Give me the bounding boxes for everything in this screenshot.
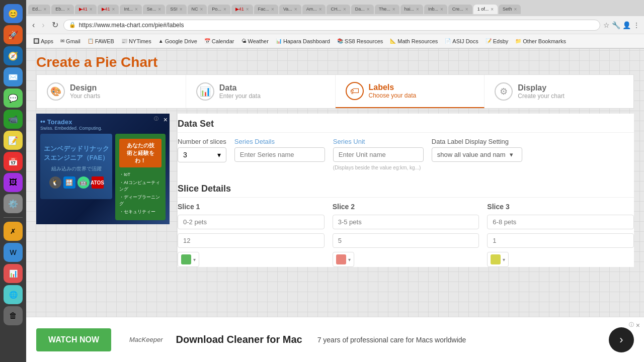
- dock-messages[interactable]: 💬: [4, 88, 23, 108]
- dock-photos[interactable]: 🖼: [4, 173, 23, 192]
- series-unit-link[interactable]: Series Unit: [333, 138, 365, 145]
- slice-3-color-picker[interactable]: ▾: [487, 252, 509, 267]
- bookmark-other[interactable]: 📁 Other Bookmarks: [512, 37, 569, 45]
- series-unit-input[interactable]: [333, 147, 424, 162]
- tab-se[interactable]: Se...×: [143, 5, 165, 14]
- dock-notes[interactable]: 📝: [4, 131, 23, 150]
- tab-inb[interactable]: Inb...×: [424, 5, 447, 14]
- tab-ss[interactable]: SS!×: [166, 5, 186, 14]
- bookmark-gmail[interactable]: ✉ Gmail: [57, 37, 84, 45]
- dock-mail[interactable]: ✉️: [4, 67, 23, 86]
- bottom-advertisement: ⓘ × WATCH NOW MacKeeper Download Cleaner…: [26, 317, 644, 362]
- dock-app3[interactable]: 🌐: [4, 285, 23, 304]
- slices-section-title: Slice Details: [178, 178, 634, 198]
- bookmark-edsby[interactable]: 📝 Edsby: [482, 37, 512, 45]
- tab-41c[interactable]: ▶41×: [231, 5, 253, 14]
- tab-41b[interactable]: ▶41×: [98, 5, 119, 14]
- dock-x[interactable]: ✗: [4, 222, 23, 241]
- wizard-step-display[interactable]: ⚙ Display Create your chart: [485, 75, 633, 108]
- slice-2-header: Slice 2: [333, 203, 479, 211]
- data-panel: Data Set Number of slices 3 ▾ Series Det…: [178, 114, 634, 267]
- slice-2-label-input[interactable]: [333, 215, 479, 229]
- tab-ed[interactable]: Ed...×: [28, 5, 50, 14]
- slice-1-column: Slice 1 ▾: [178, 203, 325, 267]
- slices-count-arrow: ▾: [217, 151, 221, 159]
- series-details-group: Series Details: [234, 138, 325, 162]
- slice-3-label-input[interactable]: [487, 215, 634, 229]
- ad-close-button[interactable]: ×: [164, 116, 168, 124]
- bookmark-weather[interactable]: 🌤 Weather: [238, 37, 272, 45]
- dock-calendar[interactable]: 📅: [4, 152, 23, 171]
- slice-2-color-swatch: [336, 254, 346, 264]
- address-bar[interactable]: 🔒 https://www.meta-chart.com/pie#/labels: [63, 20, 600, 31]
- menu-button[interactable]: ⋮: [633, 21, 640, 29]
- tab-am[interactable]: Am...×: [302, 5, 326, 14]
- tab-ch[interactable]: CH...×: [327, 5, 350, 14]
- profile-button[interactable]: 👤: [622, 21, 631, 29]
- bookmark-gdrive[interactable]: ▲ Google Drive: [155, 37, 200, 45]
- back-button[interactable]: ‹: [30, 20, 37, 31]
- slice-1-color-swatch: [181, 254, 191, 264]
- tab-nc[interactable]: NC×: [188, 5, 207, 14]
- bookmark-apps[interactable]: 🔲 Apps: [30, 37, 56, 45]
- dataset-row: Number of slices 3 ▾ Series Details: [178, 138, 634, 170]
- wizard-step-design[interactable]: 🎨 Design Your charts: [37, 75, 186, 108]
- slices-count-select[interactable]: 3 ▾: [178, 147, 226, 162]
- bookmark-calendar[interactable]: 📅 Calendar: [201, 37, 237, 45]
- tab-da[interactable]: Da...×: [351, 5, 374, 14]
- slice-2-color-arrow: ▾: [348, 257, 351, 262]
- slice-1-color-picker[interactable]: ▾: [178, 252, 199, 267]
- dock-wunderlist[interactable]: W: [4, 243, 23, 262]
- design-step-title: Design: [70, 83, 100, 93]
- series-details-link[interactable]: Series Details: [234, 138, 275, 145]
- bookmark-nytimes-label: NYTimes: [129, 38, 151, 44]
- dock-app2[interactable]: 📊: [4, 264, 23, 283]
- slice-2-color-picker[interactable]: ▾: [333, 252, 354, 267]
- bookmarks-bar: 🔲 Apps ✉ Gmail 📋 FAWEB 📰 NYTimes ▲ Googl…: [26, 34, 644, 48]
- tab-41a[interactable]: ▶41×: [75, 5, 97, 14]
- ad-banner[interactable]: あなたの技術と経験をわ！: [119, 139, 162, 167]
- dock-prefs[interactable]: ⚙️: [4, 194, 23, 213]
- bookmark-faweb[interactable]: 📋 FAWEB: [85, 37, 117, 45]
- tab-fac[interactable]: Fac...×: [254, 5, 278, 14]
- bookmark-hapara[interactable]: 📊 Hapara Dashboard: [273, 37, 333, 45]
- tab-int[interactable]: Int...×: [120, 5, 141, 14]
- tab-cre[interactable]: Cre...×: [448, 5, 472, 14]
- tab-1of[interactable]: 1 of...×: [473, 5, 498, 14]
- extensions-button[interactable]: 🔧: [612, 21, 620, 29]
- tab-eb[interactable]: Eb...×: [51, 5, 73, 14]
- ad-image: エンベデッドリナックスエンジニア（FAE） 組み込みの世界で活躍 🐧 🪟 🤖 A…: [40, 134, 112, 199]
- next-arrow-button[interactable]: ›: [609, 327, 634, 352]
- tab-hai[interactable]: hai...×: [400, 5, 423, 14]
- bottom-ad-close-button[interactable]: ×: [636, 321, 640, 329]
- refresh-button[interactable]: ↻: [50, 19, 60, 31]
- slice-1-label-input[interactable]: [178, 215, 325, 229]
- slice-3-value-input[interactable]: [487, 233, 634, 248]
- bookmark-math[interactable]: 📐 Math Resources: [387, 37, 441, 45]
- forward-button[interactable]: ›: [40, 20, 46, 31]
- dock-safari[interactable]: 🧭: [4, 46, 23, 65]
- dock-launchpad[interactable]: 🚀: [4, 25, 23, 44]
- tab-seth[interactable]: Seth×: [499, 5, 521, 14]
- data-label-display-select[interactable]: show all value and nam ▾: [432, 147, 522, 162]
- bookmark-ss8[interactable]: 📚 SS8 Resources: [334, 37, 386, 45]
- slice-1-value-input[interactable]: [178, 233, 325, 248]
- dock-facetime[interactable]: 📹: [4, 110, 23, 129]
- nav-icons: ☆ 🔧 👤 ⋮: [603, 21, 640, 29]
- slice-2-value-input[interactable]: [333, 233, 479, 248]
- dock-trash[interactable]: 🗑: [4, 306, 23, 325]
- watch-now-button[interactable]: WATCH NOW: [36, 328, 111, 351]
- bookmark-star-button[interactable]: ☆: [603, 21, 610, 29]
- tab-va[interactable]: Va...×: [279, 5, 301, 14]
- wizard-step-labels[interactable]: 🏷 Labels Choose your data: [336, 75, 485, 108]
- tab-po[interactable]: Po...×: [208, 5, 230, 14]
- bookmark-nytimes[interactable]: 📰 NYTimes: [118, 37, 154, 45]
- dock-finder[interactable]: 😊: [4, 4, 23, 23]
- series-details-input[interactable]: [234, 147, 325, 162]
- wizard-step-data[interactable]: 📊 Data Enter your data: [186, 75, 336, 108]
- asij-icon: 📄: [445, 38, 451, 44]
- bookmark-asij[interactable]: 📄 ASIJ Docs: [442, 37, 481, 45]
- tab-the[interactable]: The...×: [375, 5, 399, 14]
- bookmark-hapara-label: Hapara Dashboard: [283, 38, 330, 44]
- hapara-icon: 📊: [276, 38, 282, 44]
